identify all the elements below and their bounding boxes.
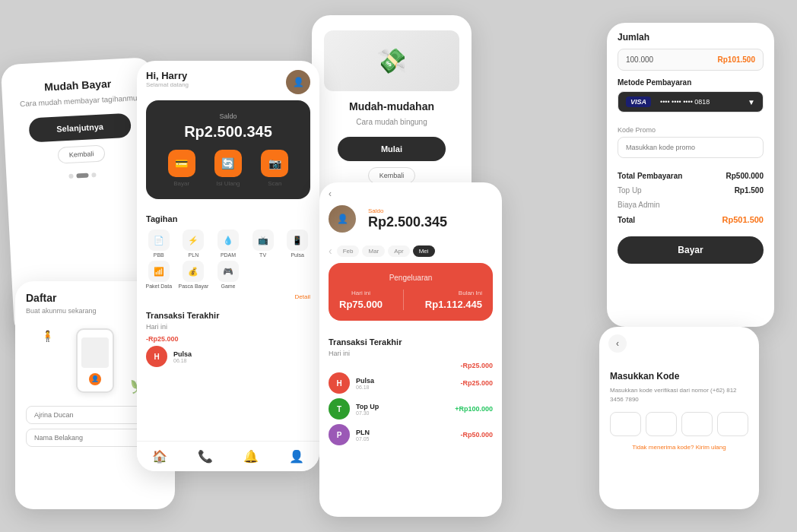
- onboard-top-illustration: 💸: [324, 30, 459, 91]
- pulsa-icon: 📱: [287, 230, 308, 251]
- action-isi-ulang[interactable]: 🔄 Isi Ulang: [214, 150, 242, 187]
- pln-label: PLN: [189, 252, 199, 258]
- detail-link[interactable]: Detail: [137, 293, 319, 300]
- payment-screen: Jumlah 100.000 Rp101.500 Metode Pembayar…: [607, 23, 774, 327]
- action-scan[interactable]: 📷 Scan: [261, 150, 288, 187]
- spending-month-value: Rp1.112.445: [425, 299, 482, 310]
- tv-icon: 📺: [252, 230, 274, 251]
- total-row: Total Pembayaran Rp500.000: [618, 172, 764, 180]
- visa-badge: VISA: [626, 97, 651, 107]
- trans-avatar-topup: T: [329, 398, 350, 420]
- tagihan-tv[interactable]: 📺 TV: [247, 230, 279, 258]
- tv-label: TV: [259, 252, 266, 258]
- paket-data-icon: 📶: [148, 261, 170, 282]
- total-final-row: Total Rp501.500: [618, 215, 764, 224]
- progress-dot-3: [91, 173, 96, 177]
- game-label: Game: [221, 283, 235, 289]
- isi-ulang-label: Isi Ulang: [216, 180, 240, 187]
- total-payment-label: Total Pembayaran: [618, 172, 682, 180]
- spending-month-label: Bulan Ini: [425, 290, 482, 296]
- paket-data-label: Paket Data: [145, 283, 172, 289]
- balance-label: Saldo: [158, 112, 298, 120]
- trans-item-topup: T Top Up 07.30 +Rp100.000: [329, 398, 493, 420]
- person-decoration: 🧍: [41, 330, 54, 342]
- trans-date-pln: 07.05: [356, 436, 454, 442]
- spending-divider: [403, 290, 404, 310]
- total-final-label: Total: [618, 216, 635, 224]
- progress-dot-2: [76, 173, 88, 179]
- spending-today-label: Hari ini: [339, 290, 383, 296]
- onboard-left-back-button[interactable]: Kembali: [57, 144, 106, 163]
- month-apr[interactable]: Apr: [388, 245, 409, 257]
- admin-label: Biaya Admin: [618, 201, 660, 209]
- pln-icon: ⚡: [183, 230, 204, 251]
- month-left-arrow[interactable]: ‹: [329, 245, 332, 257]
- month-mar[interactable]: Mar: [362, 245, 385, 257]
- trans-user-avatar: 👤: [329, 205, 356, 233]
- tagihan-pln[interactable]: ⚡ PLN: [178, 230, 210, 258]
- amount-orange: Rp101.500: [718, 55, 755, 64]
- nav-profile-icon[interactable]: 👤: [289, 449, 304, 464]
- trans-date-pulsa: 06.18: [173, 358, 310, 363]
- trans-item-pln: P PLN 07.05 -Rp50.000: [329, 424, 493, 445]
- dashboard-screen: Hi, Harry Selamat datang 👤 Saldo Rp2.500…: [137, 61, 319, 471]
- otp-box-2[interactable]: [646, 412, 677, 436]
- trans-amount-pulsa: -Rp25.000: [460, 379, 493, 387]
- pbb-label: PBB: [154, 252, 164, 258]
- dropdown-chevron: ▼: [748, 98, 755, 106]
- topup-row: Top Up Rp1.500: [618, 186, 764, 195]
- otp-box-1[interactable]: [610, 412, 641, 436]
- trans-name-pln: PLN: [356, 429, 454, 436]
- metode-dropdown[interactable]: VISA •••• •••• •••• 0818 ▼: [618, 91, 764, 112]
- onboard-left-next-button[interactable]: Selanjutnya: [28, 113, 132, 143]
- nav-home-icon[interactable]: 🏠: [152, 449, 167, 464]
- onboard-left-title: Mudah Bayar: [14, 76, 142, 95]
- trans-name-pulsa: Pulsa: [173, 350, 310, 358]
- isi-ulang-icon: 🔄: [214, 150, 242, 177]
- action-bayar[interactable]: 💳 Bayar: [168, 150, 195, 187]
- trans-saldo-label: Saldo: [368, 207, 447, 214]
- trans-today-section: Hari ini: [329, 350, 493, 357]
- tagihan-pulsa[interactable]: 📱 Pulsa: [281, 230, 313, 258]
- user-avatar[interactable]: 👤: [286, 70, 310, 94]
- trans-avatar-pln: P: [329, 424, 350, 445]
- trans-balance-amount: Rp2.500.345: [368, 214, 447, 230]
- pay-button[interactable]: Bayar: [618, 236, 764, 264]
- trans-last-title: Transaksi Terakhir: [329, 331, 493, 350]
- total-final-value: Rp501.500: [722, 215, 764, 224]
- nav-phone-icon[interactable]: 📞: [198, 449, 213, 464]
- onboard-top-back-button[interactable]: Kembali: [368, 167, 416, 184]
- tagihan-pdam[interactable]: 💧 PDAM: [212, 230, 244, 258]
- pdam-icon: 💧: [218, 230, 239, 251]
- verify-back-button[interactable]: ‹: [608, 334, 627, 353]
- verify-title: Masukkan Kode: [610, 371, 748, 382]
- tagihan-paket-data[interactable]: 📶 Paket Data: [143, 261, 175, 289]
- resend-link[interactable]: Tidak menerima kode? Kirim ulang: [610, 444, 748, 451]
- month-mei[interactable]: Mei: [413, 245, 435, 257]
- scan-icon: 📷: [261, 150, 288, 177]
- tagihan-pbb[interactable]: 📄 PBB: [143, 230, 175, 258]
- promo-title: Kode Promo: [618, 126, 764, 134]
- verify-screen: ‹ Masukkan Kode Masukkan kode verifikasi…: [599, 327, 759, 509]
- onboard-top-start-button[interactable]: Mulai: [338, 137, 446, 161]
- otp-box-3[interactable]: [681, 412, 713, 436]
- bottom-navigation: 🏠 📞 🔔 👤: [137, 441, 319, 471]
- onboard-top-subtitle: Cara mudah bingung: [324, 117, 459, 128]
- trans-name-pulsa2: Pulsa: [356, 377, 454, 385]
- phone-screen: [81, 337, 109, 368]
- game-icon: 🎮: [218, 261, 239, 282]
- month-feb[interactable]: Feb: [337, 245, 360, 257]
- balance-amount: Rp2.500.345: [158, 123, 298, 141]
- trans-date-topup: 07.30: [356, 410, 449, 416]
- phone-home-btn: 👤: [89, 373, 101, 385]
- promo-input[interactable]: [618, 137, 764, 158]
- card-number: •••• •••• •••• 0818: [660, 98, 710, 106]
- pdam-label: PDAM: [221, 252, 236, 258]
- tagihan-game[interactable]: 🎮 Game: [212, 261, 244, 289]
- otp-box-4[interactable]: [717, 412, 748, 436]
- bayar-icon: 💳: [168, 150, 195, 177]
- topup-label: Top Up: [618, 186, 642, 195]
- greeting-sub: Selamat datang: [146, 81, 189, 88]
- tagihan-pasca-bayar[interactable]: 💰 Pasca Bayar: [178, 261, 210, 289]
- nav-bell-icon[interactable]: 🔔: [243, 449, 259, 464]
